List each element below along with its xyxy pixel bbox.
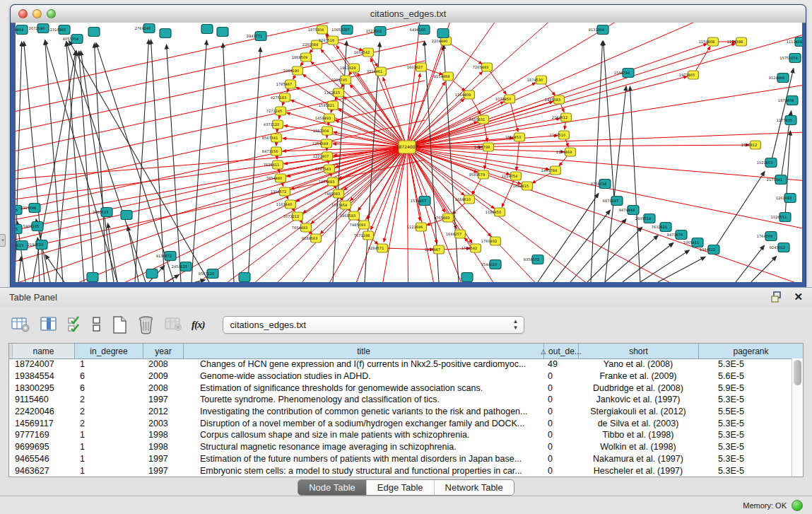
svg-text:2190533: 2190533 (28, 243, 43, 247)
table-selector-dropdown[interactable]: citations_edges.txt ▲▼ (223, 316, 524, 334)
column-header-in-degree[interactable]: in_degree (75, 344, 143, 358)
svg-text:1786542: 1786542 (461, 246, 477, 250)
table-cell: 18724007 (9, 359, 74, 369)
column-header-pagerank[interactable]: pagerank (699, 344, 803, 358)
table-row[interactable]: 911546021997Tourette syndrome. Phenomeno… (9, 394, 792, 406)
table-cell: Franke et al. (2009) (578, 371, 698, 381)
table-cell: 1997 (143, 454, 183, 464)
table-cell: Yano et al. (2008) (578, 359, 698, 369)
svg-text:7265493: 7265493 (473, 65, 488, 69)
scrollbar-thumb[interactable] (794, 360, 801, 385)
panel-collapse-tab[interactable]: ◂ (0, 234, 6, 247)
svg-text:1458493: 1458493 (315, 116, 331, 120)
column-visibility-icon[interactable] (40, 315, 58, 334)
table-cell: 19384554 (9, 371, 74, 381)
delete-table-icon[interactable] (164, 315, 182, 334)
float-window-icon[interactable] (771, 291, 783, 303)
table-tabs-bar: Node Table Edge Table Network Table (0, 479, 812, 496)
select-rows-icon[interactable] (67, 315, 83, 334)
svg-text:1684615: 1684615 (513, 184, 529, 188)
svg-text:2164612: 2164612 (552, 115, 567, 119)
svg-text:1595821: 1595821 (319, 103, 334, 107)
table-row[interactable]: 1938455462009Genome-wide association stu… (9, 370, 792, 382)
network-canvas[interactable]: 1872400722600841868509206919017854674275… (16, 23, 802, 282)
svg-text:2311096: 2311096 (20, 206, 36, 210)
svg-text:9245012: 9245012 (770, 245, 785, 250)
svg-text:1868593: 1868593 (340, 214, 355, 218)
table-cell: Investigating the contribution of common… (183, 407, 543, 416)
table-row[interactable]: 1456911722003Disruption of a novel membe… (9, 417, 792, 429)
svg-text:1297516: 1297516 (319, 38, 334, 42)
svg-text:1261093: 1261093 (776, 196, 792, 200)
row-height-icon[interactable] (92, 315, 102, 334)
table-cell: 9699695 (9, 442, 74, 452)
table-row[interactable]: 977716911998Corpus callosum shape and si… (9, 429, 792, 441)
table-row[interactable]: 969969511998Structural magnetic resonanc… (9, 441, 792, 453)
table-cell: Estimation of the future numbers of pati… (183, 454, 543, 464)
svg-text:1221398: 1221398 (727, 40, 743, 44)
svg-text:4055754: 4055754 (63, 37, 78, 41)
table-cell: 1997 (143, 395, 183, 404)
svg-text:1973405: 1973405 (679, 73, 695, 77)
column-header-title[interactable]: title (184, 344, 544, 358)
svg-text:1162615: 1162615 (324, 90, 340, 95)
svg-text:1103404: 1103404 (16, 28, 23, 32)
svg-text:2260084: 2260084 (302, 42, 318, 47)
svg-text:1026551: 1026551 (771, 215, 787, 219)
table-row[interactable]: 946554611997Estimation of the future num… (9, 453, 792, 465)
table-row[interactable]: 1872400712008Changes of HCN gene express… (9, 358, 792, 370)
svg-text:1072450: 1072450 (495, 97, 511, 101)
function-builder-icon[interactable]: f(x) (192, 315, 205, 334)
close-icon[interactable]: ✕ (794, 291, 803, 303)
table-mode-icon[interactable] (11, 315, 30, 334)
create-column-icon[interactable] (111, 315, 128, 334)
table-cell: 0 (543, 371, 578, 381)
table-cell: 0 (543, 407, 578, 416)
svg-text:1065411: 1065411 (683, 240, 699, 245)
table-scrollbar[interactable] (792, 358, 803, 477)
tab-node-table[interactable]: Node Table (298, 480, 366, 495)
svg-text:1190945: 1190945 (16, 227, 18, 231)
svg-text:7632621: 7632621 (652, 225, 667, 229)
svg-text:1304572: 1304572 (271, 189, 286, 194)
svg-text:8471676: 8471676 (667, 233, 683, 237)
table-cell: 5.3E-5 (698, 454, 792, 464)
table-cell: 5.6E-5 (698, 371, 792, 381)
svg-text:7625411: 7625411 (264, 163, 279, 167)
table-cell: 0 (543, 442, 578, 452)
svg-text:8473156: 8473156 (262, 149, 278, 153)
delete-column-icon[interactable] (137, 315, 155, 334)
svg-text:18724007: 18724007 (396, 144, 418, 149)
svg-text:2204490: 2204490 (432, 39, 447, 43)
tab-network-table[interactable]: Network Table (434, 480, 514, 495)
window-titlebar[interactable]: citations_edges.txt (11, 5, 806, 23)
svg-text:4275183: 4275183 (271, 95, 286, 100)
svg-text:1760932: 1760932 (481, 239, 497, 243)
svg-text:1084522: 1084522 (700, 247, 715, 252)
svg-text:1644257: 1644257 (446, 232, 461, 236)
column-header-short[interactable]: short (579, 344, 699, 358)
svg-text:1197343: 1197343 (315, 167, 331, 171)
table-row[interactable]: 1830029562008Estimation of significance … (9, 382, 792, 394)
table-cell: 0 (543, 430, 578, 440)
svg-text:1154808: 1154808 (699, 40, 714, 44)
svg-text:1277435: 1277435 (777, 118, 792, 122)
table-cell: 18300295 (9, 383, 74, 393)
table-cell: 49 (543, 359, 578, 369)
column-header-year[interactable]: year (143, 344, 184, 358)
svg-text:1221407: 1221407 (313, 154, 329, 158)
svg-text:2769140: 2769140 (135, 26, 151, 30)
window-title: citations_edges.txt (11, 5, 806, 23)
svg-text:1973409: 1973409 (778, 98, 794, 103)
table-cell: 5.3E-5 (698, 359, 792, 369)
status-bar: Memory: OK (0, 496, 812, 514)
column-header-out-degree[interactable]: △out_de... (544, 344, 579, 358)
svg-text:1610453: 1610453 (505, 135, 521, 139)
svg-text:1527602: 1527602 (366, 29, 382, 33)
table-row[interactable]: 2242004622012Investigating the contribut… (9, 406, 792, 418)
svg-text:7654480: 7654480 (266, 176, 282, 180)
column-header-name[interactable]: name (13, 344, 75, 358)
table-cell: 6 (74, 371, 143, 381)
tab-edge-table[interactable]: Edge Table (366, 480, 434, 495)
table-row[interactable]: 946362711997Embryonic stem cells: a mode… (9, 465, 792, 477)
